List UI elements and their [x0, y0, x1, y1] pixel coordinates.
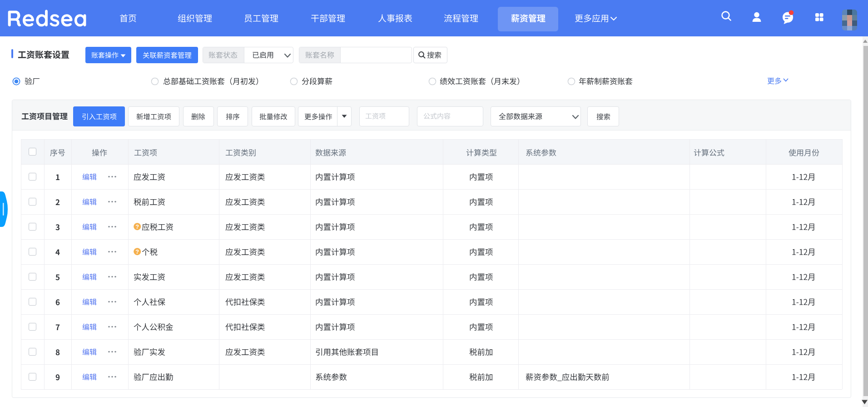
svg-text:?: ? [135, 249, 139, 255]
svg-text:?: ? [135, 224, 139, 230]
